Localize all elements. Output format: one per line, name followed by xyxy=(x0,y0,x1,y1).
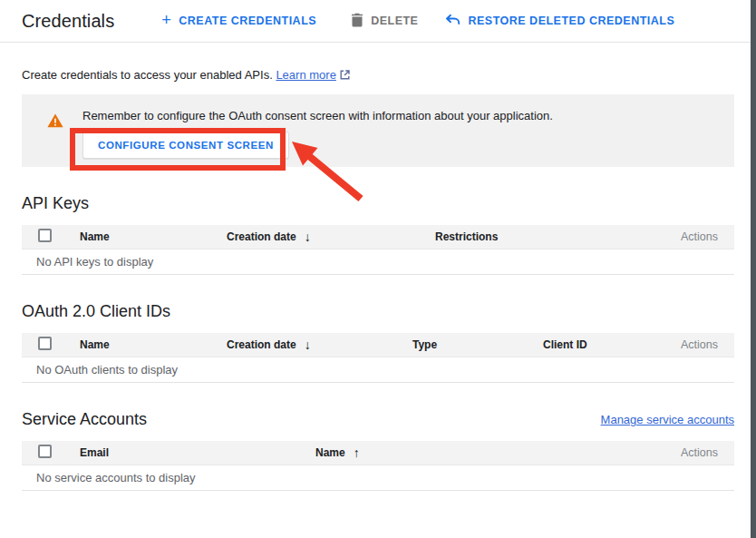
restore-label: RESTORE DELETED CREDENTIALS xyxy=(468,15,674,27)
oauth-empty-row: No OAuth clients to display xyxy=(22,357,734,383)
oauth-col-client-id: Client ID xyxy=(543,338,654,351)
delete-label: DELETE xyxy=(371,15,418,27)
api-keys-heading: API Keys xyxy=(22,194,734,213)
api-keys-col-actions: Actions xyxy=(654,230,734,243)
plus-icon: + xyxy=(161,12,171,28)
oauth-col-creation-date[interactable]: Creation date ↓ xyxy=(227,337,412,352)
api-keys-col-restrictions: Restrictions xyxy=(435,230,654,243)
create-credentials-button[interactable]: + CREATE CREDENTIALS xyxy=(161,13,316,29)
sort-asc-icon: ↑ xyxy=(354,445,360,460)
api-keys-col-creation-date[interactable]: Creation date ↓ xyxy=(227,230,435,244)
sort-desc-icon: ↓ xyxy=(305,337,311,352)
restore-deleted-credentials-button[interactable]: RESTORE DELETED CREDENTIALS xyxy=(445,14,674,29)
create-credentials-label: CREATE CREDENTIALS xyxy=(179,15,316,27)
trash-icon xyxy=(351,13,363,30)
toolbar: Credentials + CREATE CREDENTIALS DELETE … xyxy=(0,0,756,43)
oauth-col-name: Name xyxy=(80,338,227,351)
oauth-select-all xyxy=(22,337,80,353)
service-accounts-col-email: Email xyxy=(80,446,315,459)
api-keys-col-name: Name xyxy=(80,230,227,243)
oauth-table-header: Name Creation date ↓ Type Client ID Acti… xyxy=(22,333,734,357)
oauth-consent-warning-banner: Remember to configure the OAuth consent … xyxy=(22,94,734,167)
warning-icon xyxy=(47,113,63,167)
checkbox-icon[interactable] xyxy=(38,229,52,242)
sort-desc-icon: ↓ xyxy=(305,230,311,244)
main-content: Create credentials to access your enable… xyxy=(0,68,756,491)
checkbox-icon[interactable] xyxy=(38,445,52,458)
service-accounts-heading-row: Service Accounts Manage service accounts xyxy=(22,410,734,429)
creation-date-label: Creation date xyxy=(227,338,296,351)
service-accounts-select-all xyxy=(22,445,80,461)
service-accounts-empty-row: No service accounts to display xyxy=(22,465,734,491)
intro-text: Create credentials to access your enable… xyxy=(22,68,734,82)
oauth-heading: OAuth 2.0 Client IDs xyxy=(22,302,734,321)
banner-message: Remember to configure the OAuth consent … xyxy=(82,109,553,122)
service-accounts-col-actions: Actions xyxy=(654,446,734,459)
page-title: Credentials xyxy=(22,11,114,32)
oauth-col-actions: Actions xyxy=(654,338,734,351)
creation-date-label: Creation date xyxy=(227,230,296,243)
api-keys-select-all xyxy=(22,229,80,245)
service-accounts-col-name[interactable]: Name ↑ xyxy=(315,445,654,460)
manage-service-accounts-link[interactable]: Manage service accounts xyxy=(601,413,734,426)
vertical-scrollbar[interactable] xyxy=(751,0,756,538)
oauth-col-type: Type xyxy=(412,338,543,351)
name-label: Name xyxy=(315,446,345,459)
learn-more-link[interactable]: Learn more xyxy=(276,68,335,82)
banner-body: Remember to configure the OAuth consent … xyxy=(82,94,553,167)
service-accounts-heading: Service Accounts xyxy=(22,410,147,429)
service-accounts-table-header: Email Name ↑ Actions xyxy=(22,441,734,465)
intro-sentence: Create credentials to access your enable… xyxy=(22,68,273,82)
configure-consent-screen-button[interactable]: CONFIGURE CONSENT SCREEN xyxy=(82,132,289,159)
delete-button[interactable]: DELETE xyxy=(351,13,418,30)
checkbox-icon[interactable] xyxy=(38,337,52,350)
external-link-icon xyxy=(340,69,350,83)
undo-icon xyxy=(445,14,460,29)
credentials-page: Credentials + CREATE CREDENTIALS DELETE … xyxy=(0,0,756,538)
api-keys-empty-row: No API keys to display xyxy=(22,249,734,275)
api-keys-table-header: Name Creation date ↓ Restrictions Action… xyxy=(22,225,734,249)
